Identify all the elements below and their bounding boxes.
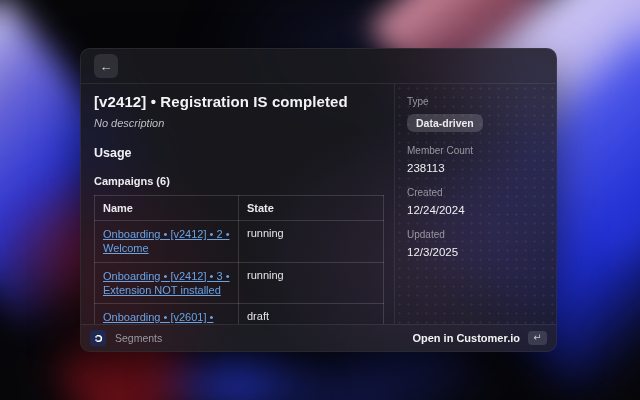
created-value: 12/24/2024 — [407, 204, 544, 216]
type-label: Type — [407, 96, 544, 107]
campaign-link[interactable]: Onboarding • [v2601] • 1.2 • Extension N… — [103, 310, 230, 324]
table-row: Onboarding • [v2412] • 3 • Extension NOT… — [95, 262, 384, 304]
table-row: Onboarding • [v2601] • 1.2 • Extension N… — [95, 304, 384, 324]
back-button[interactable]: ← — [94, 54, 118, 78]
page-title: [v2412] • Registration IS completed — [94, 93, 381, 110]
window-footer: Segments Open in Customer.io ↵ — [81, 324, 556, 351]
meta-created: Created 12/24/2024 — [407, 187, 544, 216]
campaign-name-cell: Onboarding • [v2601] • 1.2 • Extension N… — [95, 304, 239, 324]
detail-main: [v2412] • Registration IS completed No d… — [81, 84, 394, 324]
campaign-name-cell: Onboarding • [v2412] • 2 • Welcome — [95, 221, 239, 263]
window-body: [v2412] • Registration IS completed No d… — [81, 84, 556, 324]
campaign-state-cell: running — [239, 262, 384, 304]
updated-value: 12/3/2025 — [407, 246, 544, 258]
table-header-row: Name State — [95, 196, 384, 221]
member-count-label: Member Count — [407, 145, 544, 156]
campaigns-table: Name State Onboarding • [v2412] • 2 • We… — [94, 195, 384, 324]
segment-detail-window: ← [v2412] • Registration IS completed No… — [80, 48, 557, 352]
meta-member-count: Member Count 238113 — [407, 145, 544, 174]
segments-source-label: Segments — [115, 332, 162, 344]
campaign-link[interactable]: Onboarding • [v2412] • 3 • Extension NOT… — [103, 269, 230, 298]
primary-action-label: Open in Customer.io — [412, 332, 520, 344]
campaign-name-cell: Onboarding • [v2412] • 3 • Extension NOT… — [95, 262, 239, 304]
extension-logo-glyph — [93, 333, 104, 344]
campaigns-heading: Campaigns (6) — [94, 175, 381, 187]
meta-type: Type Data-driven — [407, 96, 544, 132]
primary-action-button[interactable]: Open in Customer.io ↵ — [412, 331, 547, 345]
created-label: Created — [407, 187, 544, 198]
customerio-extension-icon — [90, 330, 106, 346]
usage-heading: Usage — [94, 146, 381, 160]
column-header-state: State — [239, 196, 384, 221]
campaign-link[interactable]: Onboarding • [v2412] • 2 • Welcome — [103, 227, 230, 256]
type-badge: Data-driven — [407, 114, 483, 132]
campaign-state-cell: running — [239, 221, 384, 263]
metadata-sidebar: Type Data-driven Member Count 238113 Cre… — [394, 84, 556, 324]
member-count-value: 238113 — [407, 162, 544, 174]
enter-key-icon: ↵ — [528, 331, 547, 345]
column-header-name: Name — [95, 196, 239, 221]
table-row: Onboarding • [v2412] • 2 • Welcome runni… — [95, 221, 384, 263]
back-arrow-icon: ← — [100, 60, 113, 73]
updated-label: Updated — [407, 229, 544, 240]
window-header: ← — [81, 49, 556, 84]
description-text: No description — [94, 117, 381, 129]
campaign-state-cell: draft — [239, 304, 384, 324]
meta-updated: Updated 12/3/2025 — [407, 229, 544, 258]
